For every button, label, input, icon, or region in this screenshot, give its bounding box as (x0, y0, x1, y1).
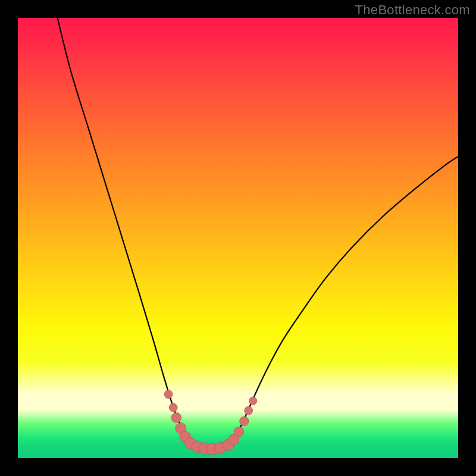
curve-marker (169, 403, 177, 412)
curve-marker (171, 412, 181, 422)
plot-area (18, 18, 458, 458)
curve-markers (164, 390, 257, 455)
curve-marker (249, 397, 256, 405)
outer-frame: TheBottleneck.com (0, 0, 476, 476)
watermark-label: TheBottleneck.com (355, 2, 470, 18)
curve-marker (164, 390, 173, 399)
curve-marker (240, 416, 249, 425)
curve-marker (234, 427, 244, 437)
bottleneck-curve (58, 18, 458, 449)
chart-svg (18, 18, 458, 458)
curve-marker (245, 406, 253, 415)
